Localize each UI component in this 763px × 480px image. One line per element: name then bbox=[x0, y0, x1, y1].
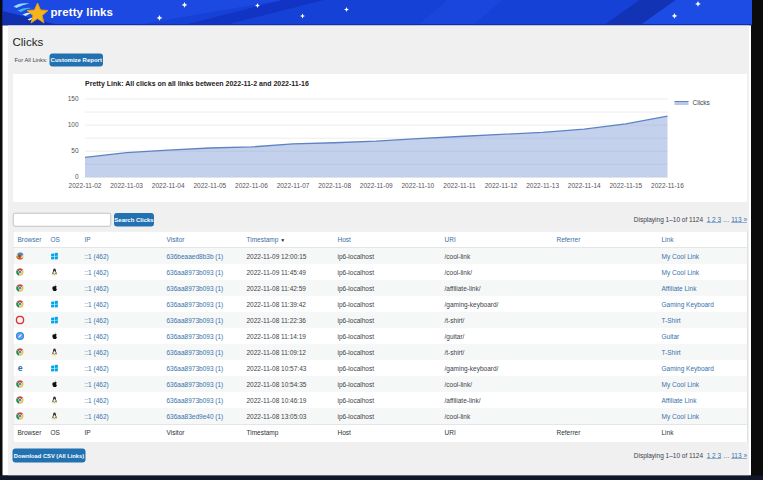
svg-text:e: e bbox=[18, 364, 23, 373]
